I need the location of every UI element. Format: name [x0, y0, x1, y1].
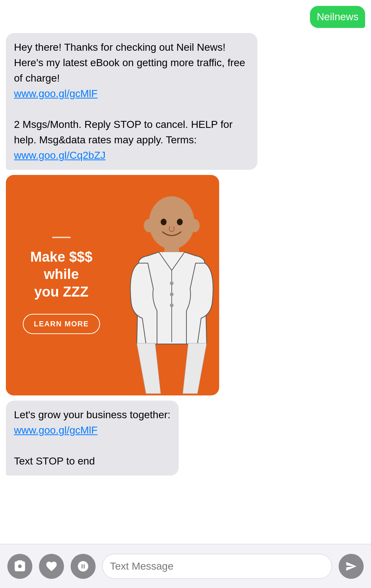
camera-icon — [14, 560, 26, 573]
learn-more-button[interactable]: LEARN MORE — [23, 314, 100, 334]
incoming2-text2: Text STOP to end — [14, 455, 95, 467]
appstore-icon — [77, 560, 89, 573]
text-message-input[interactable] — [110, 560, 324, 572]
svg-point-9 — [177, 219, 183, 225]
outgoing-label: Neilnews — [317, 11, 358, 22]
messages-container: Neilnews Hey there! Thanks for checking … — [0, 0, 371, 544]
person-illustration — [120, 190, 220, 395]
ad-card[interactable]: Make $$$whileyou ZZZ LEARN MORE — [6, 175, 219, 395]
incoming-bubble-2: Let's grow your business together: www.g… — [6, 401, 179, 476]
send-icon — [345, 560, 357, 572]
heart-button[interactable] — [39, 554, 64, 579]
send-button[interactable] — [339, 554, 364, 579]
heart-icon — [45, 560, 58, 573]
incoming1-link1[interactable]: www.goo.gl/gcMlF — [14, 88, 97, 99]
svg-point-0 — [149, 196, 195, 249]
card-divider — [52, 237, 71, 238]
svg-point-1 — [144, 219, 154, 232]
incoming1-text2: 2 Msgs/Month. Reply STOP to cancel. HELP… — [14, 119, 233, 146]
svg-point-2 — [189, 219, 200, 232]
appstore-button[interactable] — [71, 554, 96, 579]
incoming2-link1[interactable]: www.goo.gl/gcMlF — [14, 424, 97, 436]
incoming1-link2[interactable]: www.goo.gl/Cq2bZJ — [14, 150, 106, 161]
svg-point-7 — [170, 304, 174, 307]
svg-point-8 — [161, 219, 167, 225]
card-headline: Make $$$whileyou ZZZ — [30, 248, 92, 301]
incoming2-text1: Let's grow your business together: — [14, 409, 171, 420]
camera-button[interactable] — [7, 554, 32, 579]
incoming-bubble-1: Hey there! Thanks for checking out Neil … — [6, 33, 257, 170]
svg-point-5 — [170, 282, 174, 285]
svg-point-6 — [170, 293, 174, 296]
toolbar — [0, 544, 371, 588]
outgoing-bubble: Neilnews — [310, 6, 365, 28]
card-left-content: Make $$$whileyou ZZZ LEARN MORE — [6, 175, 117, 395]
incoming1-text1: Hey there! Thanks for checking out Neil … — [14, 42, 245, 84]
text-input-wrapper[interactable] — [102, 554, 332, 579]
card-right-person — [113, 175, 219, 395]
